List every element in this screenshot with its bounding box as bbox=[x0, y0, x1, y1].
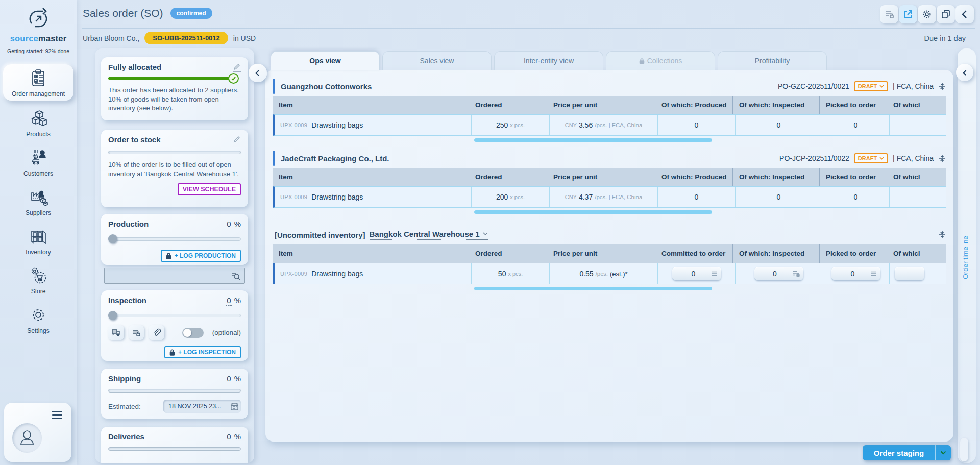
order-timeline-handle[interactable]: Order timeline bbox=[962, 236, 969, 279]
tab-sales-view[interactable]: Sales view bbox=[382, 51, 492, 70]
comments-button[interactable] bbox=[108, 325, 124, 340]
item-name: Drawstring bags bbox=[311, 121, 363, 129]
check-circle-icon bbox=[228, 73, 239, 84]
col-price: Price per unit bbox=[547, 168, 655, 186]
sidebar-item-order-management[interactable]: Order management bbox=[3, 64, 74, 101]
log-list-button[interactable] bbox=[129, 325, 144, 340]
truncated-input[interactable] bbox=[895, 267, 924, 280]
section-header: [Uncommitted inventory] Bangkok Central … bbox=[273, 225, 946, 244]
committed-input[interactable]: 0 bbox=[672, 267, 721, 280]
col-picked: Picked to order bbox=[820, 244, 887, 263]
search-input[interactable] bbox=[104, 268, 245, 284]
list-lock-icon bbox=[132, 328, 141, 337]
sidebar-item-store[interactable]: Store bbox=[0, 262, 77, 298]
header-divider bbox=[82, 28, 975, 29]
supplier-name: JadeCraft Packaging Co., Ltd. bbox=[281, 154, 389, 163]
qty-value: 250 bbox=[496, 121, 508, 129]
allocation-progress-bar bbox=[108, 77, 233, 80]
percent-unit: % bbox=[234, 219, 241, 228]
menu-icon[interactable] bbox=[52, 411, 62, 421]
sidebar-item-products[interactable]: Products bbox=[0, 105, 77, 141]
sidebar-item-label: Customers bbox=[0, 170, 77, 177]
card-order-to-stock: Order to stock 10% of the order is to be… bbox=[101, 130, 248, 207]
log-production-button[interactable]: + LOG PRODUCTION bbox=[161, 250, 241, 262]
table-row[interactable]: UPX-0009Drawstring bags 50x pcs. 0.55/pc… bbox=[273, 263, 946, 284]
slider-knob[interactable] bbox=[108, 311, 117, 320]
sidebar-item-label: Order management bbox=[3, 90, 74, 97]
production-percent[interactable]: 0 bbox=[226, 219, 232, 229]
collapse-timeline-button[interactable] bbox=[956, 64, 973, 81]
card-deliveries: Deliveries 0 % bbox=[101, 427, 248, 463]
order-id-badge[interactable]: SO-UBB-202511-0012 bbox=[144, 32, 228, 44]
incoterm: | FCA, China bbox=[893, 154, 934, 162]
deliveries-progress-bar bbox=[108, 447, 241, 451]
vertical-scrollbar[interactable] bbox=[960, 438, 968, 461]
price-suffix: /pcs. | FCA, China bbox=[595, 194, 642, 200]
sidebar-item-label: Inventory bbox=[0, 249, 77, 256]
inspection-optional-toggle[interactable] bbox=[182, 328, 204, 338]
tab-inter-entity-view[interactable]: Inter-entity view bbox=[494, 51, 603, 70]
table-row[interactable]: UPX-0009Drawstring bags 200x pcs. CNY4.3… bbox=[273, 186, 946, 208]
settings-gear-button[interactable] bbox=[918, 5, 936, 23]
sidebar-item-suppliers[interactable]: Suppliers bbox=[0, 183, 77, 219]
inspected-value: 0 bbox=[777, 193, 781, 201]
sidebar-item-settings[interactable]: Settings bbox=[0, 301, 77, 337]
order-staging-button[interactable]: Order staging bbox=[863, 445, 951, 460]
open-external-button[interactable] bbox=[899, 5, 917, 23]
slider-knob[interactable] bbox=[108, 234, 117, 243]
avatar[interactable] bbox=[12, 423, 42, 453]
header-toolbar bbox=[880, 5, 974, 23]
estimated-date-field[interactable]: 18 NOV 2025 23... bbox=[163, 400, 241, 413]
chevron-down-icon bbox=[483, 232, 488, 236]
qty-value: 200 bbox=[496, 193, 508, 201]
card-title: Inspection bbox=[108, 296, 146, 305]
horizontal-scrollbar[interactable] bbox=[474, 210, 712, 214]
collapse-rows-icon[interactable] bbox=[938, 82, 946, 90]
duplicate-button[interactable] bbox=[937, 5, 955, 23]
qty-unit: x pcs. bbox=[510, 122, 525, 128]
order-staging-caret[interactable] bbox=[936, 451, 951, 455]
edit-pencil-icon[interactable] bbox=[233, 135, 241, 144]
tab-profitability[interactable]: Profitability bbox=[718, 51, 827, 70]
inspection-slider bbox=[108, 311, 241, 320]
view-schedule-button[interactable]: VIEW SCHEDULE bbox=[178, 183, 241, 195]
collapse-rows-icon[interactable] bbox=[938, 231, 946, 239]
brand: sourcemaster bbox=[10, 5, 67, 43]
allocation-description: This order has been allocated to 2 suppl… bbox=[108, 86, 241, 113]
horizontal-scrollbar[interactable] bbox=[474, 138, 712, 142]
horizontal-scrollbar[interactable] bbox=[474, 287, 712, 290]
sidebar-item-inventory[interactable]: Inventory bbox=[0, 223, 77, 259]
collapse-rows-icon[interactable] bbox=[938, 154, 946, 162]
picked-input[interactable]: 0 bbox=[831, 267, 880, 280]
po-status-dropdown[interactable]: DRAFT bbox=[854, 81, 888, 91]
collapse-left-panel-button[interactable] bbox=[249, 64, 267, 82]
table-row[interactable]: UPX-0009Drawstring bags 250x pcs. CNY3.5… bbox=[273, 114, 946, 136]
item-name: Drawstring bags bbox=[311, 193, 363, 201]
item-sku: UPX-0009 bbox=[280, 194, 307, 200]
edit-pencil-icon[interactable] bbox=[233, 63, 241, 72]
price-suffix: /pcs. | FCA, China bbox=[595, 122, 642, 128]
collapse-header-button[interactable] bbox=[955, 5, 974, 23]
getting-started-link[interactable]: Getting started: 92% done bbox=[7, 48, 69, 54]
order-to-stock-description: 10% of the order is to be filled out of … bbox=[108, 160, 241, 178]
production-slider bbox=[108, 234, 241, 243]
inspected-input[interactable]: 0 bbox=[754, 267, 803, 280]
inspection-percent[interactable]: 0 bbox=[226, 296, 232, 306]
estimated-label: Estimated: bbox=[108, 403, 141, 410]
section-header[interactable]: JadeCraft Packaging Co., Ltd. PO-JCP-202… bbox=[273, 149, 946, 168]
table-header: Item Ordered Price per unit Of which: Pr… bbox=[273, 96, 946, 114]
sidebar-item-customers[interactable]: Customers bbox=[0, 144, 77, 180]
log-inspection-button[interactable]: + LOG INSPECTION bbox=[164, 346, 241, 358]
col-ordered: Ordered bbox=[469, 96, 547, 114]
stepper-menu-lock-icon bbox=[792, 271, 800, 277]
log-lock-button[interactable] bbox=[880, 5, 898, 23]
po-status-dropdown[interactable]: DRAFT bbox=[854, 153, 888, 163]
gear-icon bbox=[0, 305, 77, 325]
price-value: 3.56 bbox=[579, 121, 593, 129]
section-header[interactable]: Guangzhou Cottonworks PO-GZC-202511/0021… bbox=[273, 77, 946, 96]
attachment-button[interactable] bbox=[149, 325, 164, 340]
tab-ops-view[interactable]: Ops view bbox=[271, 51, 380, 70]
warehouse-selector[interactable]: Bangkok Central Warehouse 1 bbox=[370, 230, 488, 240]
sidebar: sourcemaster Getting started: 92% done O… bbox=[0, 0, 77, 465]
col-produced: Of which: Produced bbox=[655, 168, 733, 186]
